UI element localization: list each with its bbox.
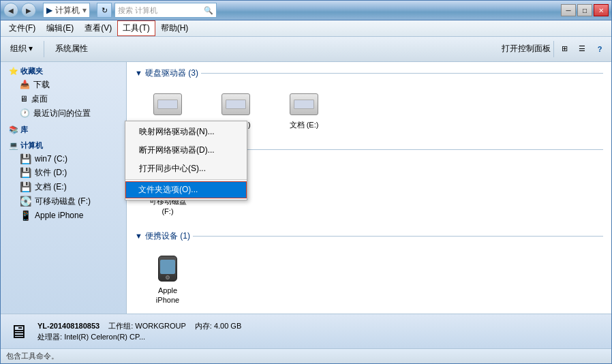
portable-header: ▼ 便携设备 (1) [135, 230, 603, 242]
toolbar: 组织 ▾ 系统属性 打开控制面板 ⊞ ☰ ? [1, 37, 611, 62]
sidebar-item-iphone[interactable]: 📱 Apple iPhone [1, 209, 126, 222]
iphone-home-button [166, 275, 170, 279]
library-icon: 📚 [9, 125, 18, 134]
search-icon: 🔍 [204, 6, 213, 15]
organize-button[interactable]: 组织 ▾ [5, 41, 38, 57]
sidebar-header-library[interactable]: 📚 库 [1, 123, 126, 136]
title-left: ◀ ▶ ▶ 计算机 ▾ ↻ 搜索 计算机 🔍 [3, 3, 217, 18]
favorites-icon: ⭐ [9, 67, 18, 76]
menu-help[interactable]: 帮助(H) [155, 20, 194, 35]
view-list-button[interactable]: ☰ [575, 42, 590, 57]
sidebar-item-doce[interactable]: 💾 文档 (E:) [1, 180, 126, 194]
portable-header-line [193, 236, 603, 237]
desktop-icon: 🖥 [20, 94, 28, 104]
sidebar-header-favorites[interactable]: ⭐ 收藏夹 [1, 65, 126, 78]
menu-bar: 文件(F) 编辑(E) 查看(V) 工具(T) 帮助(H) [1, 20, 611, 36]
favorites-label: 收藏夹 [20, 66, 43, 76]
computer-name-row: YL-201408180853 工作组: WORKGROUP 内存: 4.00 … [37, 320, 241, 332]
apple-iphone-icon [151, 254, 184, 284]
title-bar: ◀ ▶ ▶ 计算机 ▾ ↻ 搜索 计算机 🔍 ─ □ ✕ [1, 1, 611, 20]
device-apple-iphone[interactable]: AppleiPhone [140, 250, 195, 309]
sidebar-section-favorites: ⭐ 收藏夹 📥 下载 🖥 桌面 🕐 最近访问的位置 [1, 65, 126, 121]
memory-label: 内存: [195, 322, 212, 330]
doce-icon: 💾 [20, 181, 31, 192]
computer-info: YL-201408180853 工作组: WORKGROUP 内存: 4.00 … [37, 320, 241, 343]
removable-header-line [234, 149, 603, 150]
library-label: 库 [20, 125, 28, 135]
computer-bottom-icon: 🖥 [6, 319, 31, 344]
sidebar-item-removable[interactable]: 💽 可移动磁盘 (F:) [1, 194, 126, 209]
status-bar: 包含工具命令。 [1, 348, 611, 363]
menu-tools[interactable]: 工具(T) [117, 20, 155, 35]
sidebar-item-downloads[interactable]: 📥 下载 [1, 78, 126, 92]
drive-doce[interactable]: 文档 (E:) [277, 87, 331, 133]
menu-sync-center[interactable]: 打开同步中心(S)... [125, 160, 247, 178]
help-button[interactable]: ? [592, 42, 607, 57]
system-properties-button[interactable]: 系统属性 [50, 41, 93, 57]
computer-name: YL-201408180853 [37, 322, 100, 330]
processor-row: 处理器: Intel(R) Celeron(R) CP... [37, 331, 241, 343]
tools-dropdown-menu: 映射网络驱动器(N)... 断开网络驱动器(D)... 打开同步中心(S)...… [125, 121, 247, 200]
window-controls: ─ □ ✕ [561, 4, 609, 16]
minimize-button[interactable]: ─ [561, 4, 576, 16]
sidebar-item-softd[interactable]: 💾 软件 (D:) [1, 166, 126, 180]
workgroup-value: WORKGROUP [135, 322, 185, 330]
computer-label: 计算机 [20, 140, 43, 151]
desktop-label: 桌面 [31, 93, 48, 105]
removable-icon: 💽 [20, 196, 31, 207]
iphone-screen [160, 260, 175, 274]
portable-collapse-icon[interactable]: ▼ [135, 232, 142, 240]
iphone-label: Apple iPhone [35, 211, 83, 220]
menu-view[interactable]: 查看(V) [79, 20, 117, 35]
downloads-label: 下载 [33, 79, 50, 91]
hdd-body-d [221, 93, 250, 115]
hdd-sticker-d [226, 100, 246, 109]
memory-value: 4.00 GB [214, 322, 241, 330]
menu-folder-options[interactable]: 文件夹选项(O)... [125, 181, 247, 198]
hard-disk-collapse-icon[interactable]: ▼ [135, 69, 142, 77]
status-text: 包含工具命令。 [6, 351, 59, 361]
win7c-drive-icon [151, 91, 184, 118]
forward-button[interactable]: ▶ [21, 3, 36, 18]
address-arrow: ▾ [82, 5, 87, 15]
doce-icon-label: 文档 (E:) [290, 120, 319, 130]
win7c-label: win7 (C:) [35, 154, 67, 164]
search-placeholder: 搜索 计算机 [118, 5, 204, 16]
back-button[interactable]: ◀ [3, 3, 18, 18]
hard-disk-label: 硬盘驱动器 (3) [145, 67, 198, 79]
toolbar-sep2 [553, 41, 554, 57]
menu-disconnect-drive[interactable]: 断开网络驱动器(D)... [125, 141, 247, 160]
bottom-bar: 🖥 YL-201408180853 工作组: WORKGROUP 内存: 4.0… [1, 314, 611, 348]
sidebar-section-library: 📚 库 [1, 123, 126, 136]
sidebar-section-computer: 💻 计算机 💾 win7 (C:) 💾 软件 (D:) 💾 文档 (E:) 💽 [1, 139, 126, 222]
doce-label: 文档 (E:) [35, 181, 67, 193]
computer-tree-icon: 💻 [9, 141, 18, 150]
sidebar-header-computer[interactable]: 💻 计算机 [1, 139, 126, 152]
view-grid-button[interactable]: ⊞ [557, 42, 572, 57]
toolbar-right: 打开控制面板 ⊞ ☰ ? [502, 41, 607, 57]
main-area: ⭐ 收藏夹 📥 下载 🖥 桌面 🕐 最近访问的位置 [1, 62, 611, 314]
portable-label: 便携设备 (1) [145, 230, 190, 242]
recent-icon: 🕐 [20, 108, 30, 118]
sidebar-item-recent[interactable]: 🕐 最近访问的位置 [1, 106, 126, 121]
iphone-sidebar-icon: 📱 [20, 210, 31, 221]
address-bar[interactable]: ▶ 计算机 ▾ [43, 3, 90, 18]
softd-icon: 💾 [20, 167, 31, 178]
hard-disk-header-line [201, 73, 603, 74]
refresh-button[interactable]: ↻ [97, 3, 112, 18]
apple-iphone-label: AppleiPhone [156, 286, 179, 305]
toolbar-separator [44, 41, 44, 57]
removable-label: 可移动磁盘 (F:) [35, 196, 91, 207]
sidebar-item-win7c[interactable]: 💾 win7 (C:) [1, 152, 126, 166]
address-prefix: ▶ [46, 5, 52, 15]
sidebar-item-desktop[interactable]: 🖥 桌面 [1, 92, 126, 106]
search-bar[interactable]: 搜索 计算机 🔍 [114, 3, 217, 18]
maximize-button[interactable]: □ [577, 4, 592, 16]
downloads-icon: 📥 [20, 80, 30, 89]
menu-map-drive[interactable]: 映射网络驱动器(N)... [125, 123, 247, 141]
sidebar: ⭐ 收藏夹 📥 下载 🖥 桌面 🕐 最近访问的位置 [1, 62, 127, 314]
menu-edit[interactable]: 编辑(E) [41, 20, 79, 35]
portable-section: ▼ 便携设备 (1) AppleiPhone [127, 225, 611, 314]
close-button[interactable]: ✕ [594, 4, 609, 16]
menu-file[interactable]: 文件(F) [3, 20, 41, 35]
